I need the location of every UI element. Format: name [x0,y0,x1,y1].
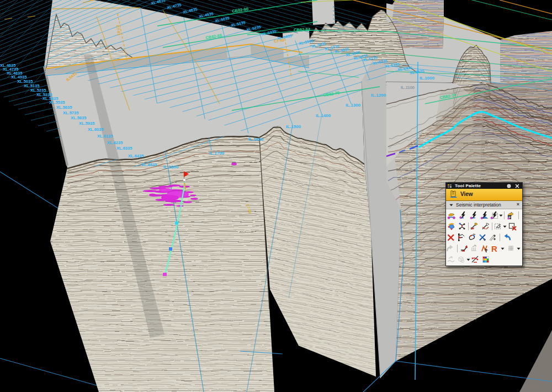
svg-text:IL.1500: IL.1500 [286,124,301,129]
svg-text:XL.6535: XL.6535 [141,162,157,167]
svg-text:XL.6235: XL.6235 [107,140,123,145]
svg-text:IL.1600: IL.1600 [248,137,264,142]
svg-text:IL.1700: IL.1700 [209,151,225,156]
svg-text:XL.5735: XL.5735 [63,110,78,115]
svg-text:XL.5635: XL.5635 [56,105,72,110]
svg-text:XL.5835: XL.5835 [71,115,86,120]
svg-text:XL.5935: XL.5935 [79,121,94,126]
svg-text:XL.6135: XL.6135 [97,134,113,139]
svg-text:XL.5535: XL.5535 [49,100,65,105]
svg-text:R: R [491,244,497,253]
svg-text:IL.1100: IL.1100 [401,85,415,90]
svg-text:XL.6435: XL.6435 [128,153,144,158]
svg-text:IL.1200: IL.1200 [371,93,386,98]
svg-text:CB82-84: CB82-84 [294,27,311,33]
svg-text:IL.1000: IL.1000 [420,76,435,81]
svg-text:IL.1300: IL.1300 [346,103,361,108]
svg-text:XL.6335: XL.6335 [116,146,132,151]
svg-text:IL.1400: IL.1400 [316,113,331,118]
svg-text:IL.1800: IL.1800 [163,165,179,169]
svg-text:XL.6035: XL.6035 [88,127,103,132]
